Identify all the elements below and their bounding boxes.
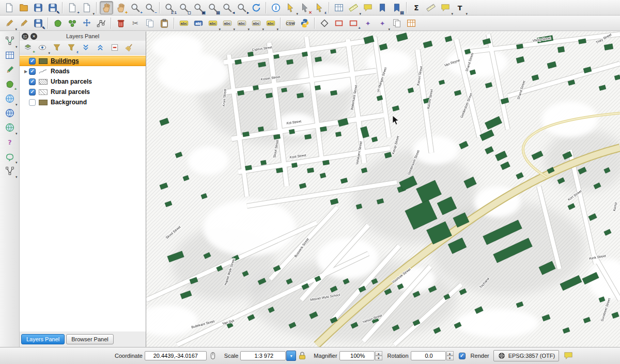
filter-legend-button[interactable]	[50, 41, 64, 54]
python-console-button[interactable]	[298, 17, 312, 30]
rotation-input[interactable]	[411, 351, 446, 360]
copy-view-button[interactable]	[390, 17, 404, 30]
save-layer-edits-button[interactable]: ✎	[32, 17, 45, 30]
select-by-expression-button[interactable]: ε	[313, 1, 326, 14]
label-pin-button[interactable]: ab|	[192, 17, 205, 30]
layer-visibility-checkbox[interactable]	[29, 99, 36, 106]
node-tool-button[interactable]	[95, 17, 108, 30]
text-annotation-button[interactable]: ▾	[453, 1, 467, 14]
collapse-all-button[interactable]	[94, 41, 107, 54]
tab-browser-panel[interactable]: Browser Panel	[66, 334, 114, 344]
filter-expression-button[interactable]: ε	[65, 41, 78, 54]
log-messages-button[interactable]	[563, 351, 574, 361]
copy-features-button[interactable]	[143, 17, 157, 30]
layer-row-urban-parcels[interactable]: Urban parcels	[20, 76, 146, 87]
measure-angle-button[interactable]	[424, 1, 438, 14]
touch-tool-button[interactable]	[318, 17, 331, 30]
remove-layer-button[interactable]	[108, 41, 121, 54]
label-move-button[interactable]: abc▾	[221, 17, 234, 30]
scale-input[interactable]	[240, 351, 286, 360]
layer-visibility-checkbox[interactable]	[29, 89, 36, 96]
add-db-layer-button[interactable]	[3, 106, 17, 120]
measure-button[interactable]: ▾	[347, 1, 360, 14]
project-save-button[interactable]	[32, 1, 45, 14]
map-canvas[interactable]: Cyprus StreetKoster StreetKol StreetKool…	[146, 31, 620, 347]
delete-selected-button[interactable]	[114, 17, 128, 30]
add-postgis-layer-button[interactable]: ▾	[3, 121, 17, 134]
pan-to-selection-button[interactable]: ✦	[114, 1, 128, 14]
layer-expander-icon[interactable]: ▶	[23, 69, 29, 74]
sketch-tool-alt-button[interactable]: ▾	[376, 17, 389, 30]
statistical-summary-button[interactable]	[410, 1, 423, 14]
layer-visibility-checkbox[interactable]	[29, 78, 36, 85]
coordinate-capture-button[interactable]	[3, 135, 17, 149]
manage-visibility-button[interactable]: ▾	[36, 41, 49, 54]
toggle-editing-button[interactable]	[17, 17, 30, 30]
show-bookmarks-button[interactable]: ▤	[390, 1, 404, 14]
zoom-in-button[interactable]: +	[129, 1, 142, 14]
red-rectangle-plus-button[interactable]: +	[347, 17, 360, 30]
zoom-next-button[interactable]: ▸	[235, 1, 249, 14]
zoom-last-button[interactable]: ◂	[221, 1, 234, 14]
crs-status-button[interactable]: EPSG:3857 (OTF)	[493, 350, 559, 361]
label-show-hide-button[interactable]: abc▾	[206, 17, 220, 30]
magnifier-up-button[interactable]: ▲	[375, 351, 382, 356]
layer-row-rural-parcels[interactable]: Rural parcels	[20, 87, 146, 97]
new-composer-button[interactable]: +	[66, 1, 79, 14]
clear-legend-button[interactable]	[122, 41, 136, 54]
project-new-button[interactable]	[3, 1, 16, 14]
layer-visibility-checkbox[interactable]	[29, 58, 36, 65]
map-refresh-button[interactable]	[250, 1, 263, 14]
layer-row-buildings[interactable]: Buildings	[20, 56, 146, 66]
select-by-polygon-button[interactable]: ▾	[3, 150, 17, 163]
magnifier-down-button[interactable]: ▼	[375, 356, 382, 360]
scale-dropdown-button[interactable]: ▾	[286, 351, 296, 361]
move-feature-button[interactable]	[80, 17, 94, 30]
new-shapefile-button[interactable]: +	[3, 77, 17, 91]
layer-row-background[interactable]: Background	[20, 97, 146, 107]
add-wms-layer-button[interactable]: ▾	[3, 92, 17, 105]
add-circular-string-button[interactable]	[66, 17, 79, 30]
paste-features-button[interactable]	[158, 17, 171, 30]
render-toggle[interactable]: Render	[459, 353, 489, 359]
layer-row-roads[interactable]: ▶Roads	[20, 66, 146, 76]
label-toolbar-abc-button[interactable]: abc	[177, 17, 191, 30]
annotation-button[interactable]: ▾	[439, 1, 452, 14]
project-open-button[interactable]	[17, 1, 30, 14]
panel-float-button[interactable]: ◱	[22, 33, 28, 40]
new-bookmark-button[interactable]	[376, 1, 389, 14]
scale-lock-button[interactable]	[297, 351, 307, 361]
cut-features-button[interactable]	[129, 17, 142, 30]
composer-manager-button[interactable]: ▾	[80, 1, 94, 14]
expand-all-button[interactable]	[79, 41, 92, 54]
panel-close-button[interactable]: ✕	[30, 33, 37, 40]
extents-toggle-button[interactable]	[208, 351, 218, 361]
render-checkbox[interactable]	[459, 353, 466, 359]
magnifier-input[interactable]	[339, 351, 375, 360]
vector-digitize-button[interactable]: ▾	[3, 34, 17, 48]
pan-map-button[interactable]	[100, 1, 113, 14]
map-tips-button[interactable]	[361, 1, 375, 14]
add-group-button[interactable]: +	[21, 41, 35, 54]
tab-layers-panel[interactable]: Layers Panel	[21, 334, 65, 344]
zoom-to-selection-button[interactable]: ▣	[192, 1, 205, 14]
grid-tool-button[interactable]	[405, 17, 418, 30]
zoom-full-button[interactable]: ◻	[177, 1, 191, 14]
layer-visibility-checkbox[interactable]	[29, 68, 36, 75]
csw-search-button[interactable]: CSW	[284, 17, 297, 30]
open-attribute-table-button[interactable]	[332, 1, 346, 14]
current-edits-button[interactable]: ▾	[3, 17, 16, 30]
checker-style-button[interactable]	[3, 49, 17, 62]
coordinate-input[interactable]	[145, 351, 207, 360]
identify-features-button[interactable]	[269, 1, 283, 14]
select-features-button[interactable]: ▾	[284, 1, 297, 14]
sketch-tool-button[interactable]	[361, 17, 375, 30]
project-save-as-button[interactable]: ✎	[46, 1, 59, 14]
deselect-features-button[interactable]: ✕	[298, 1, 312, 14]
rotation-up-button[interactable]: ▲	[446, 351, 454, 356]
label-rotate-button[interactable]: abc▾	[235, 17, 249, 30]
rotation-down-button[interactable]: ▼	[446, 356, 454, 360]
zoom-to-layer-button[interactable]: ▤	[206, 1, 220, 14]
edit-line-button[interactable]	[3, 63, 17, 76]
add-feature-button[interactable]	[51, 17, 65, 30]
